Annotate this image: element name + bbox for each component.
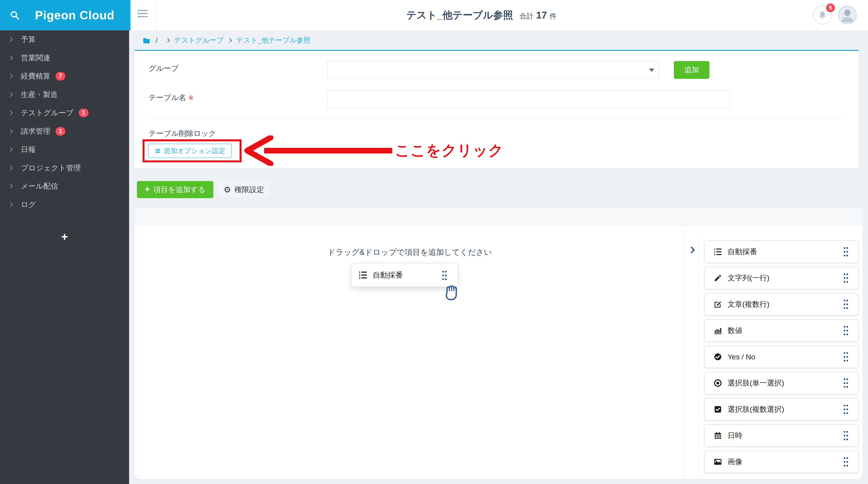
breadcrumb-root[interactable]: / [156, 36, 158, 44]
palette-item-label: Yes / No [727, 353, 755, 361]
sidebar-item-label: 日報 [21, 145, 36, 154]
palette-item-single-choice[interactable]: 選択肢(単一選択) [704, 372, 859, 394]
check-square-icon [714, 405, 722, 414]
search-icon[interactable] [10, 10, 20, 20]
table-name-input[interactable] [327, 90, 730, 108]
radio-circle-icon [714, 379, 722, 387]
palette-item-multi-choice[interactable]: 選択肢(複数選択) [704, 398, 859, 421]
palette-item-label: 選択肢(単一選択) [727, 378, 784, 388]
palette-item-label: 数値 [727, 326, 742, 336]
drag-handle-icon[interactable] [843, 247, 849, 257]
user-avatar[interactable] [838, 6, 857, 24]
permission-label: 権限設定 [235, 185, 264, 195]
palette-item-label: 文章(複数行) [727, 299, 770, 309]
required-mark: ※ [188, 94, 193, 101]
group-select[interactable] [327, 61, 659, 79]
permission-settings-button[interactable]: ⚙ 権限設定 [217, 181, 270, 198]
sidebar-item-seikyu[interactable]: 請求管理1 [0, 122, 129, 141]
field-type-palette: 自動採番 文字列(一行) 文章(複数行) 数値 Yes / No [699, 226, 863, 479]
drag-handle-icon[interactable] [843, 325, 849, 336]
folder-icon[interactable] [142, 37, 151, 44]
total-count-group: 合計 17 件 [520, 9, 557, 21]
bell-icon [818, 10, 827, 20]
check-circle-icon [714, 353, 722, 361]
extra-options-button[interactable]: 追加オプション設定 [148, 144, 232, 158]
sidebar-item-label: プロジェクト管理 [21, 163, 81, 173]
palette-item-yesno[interactable]: Yes / No [704, 345, 859, 368]
palette-item-label: 画像 [727, 457, 742, 467]
form-divider [149, 119, 844, 120]
palette-item-number[interactable]: 数値 [704, 319, 859, 342]
drag-handle-icon[interactable] [843, 378, 849, 388]
sidebar-item-eigyo[interactable]: 営業関連 [0, 49, 129, 67]
sidebar-item-keihi[interactable]: 経費精算7 [0, 67, 129, 86]
breadcrumb-current-link[interactable]: テスト_他テーブル参照 [236, 36, 310, 45]
drag-handle-icon[interactable] [843, 299, 849, 309]
calendar-icon [714, 431, 722, 440]
group-add-button[interactable]: 追加 [674, 61, 709, 79]
sidebar-item-log[interactable]: ログ [0, 195, 129, 214]
list-ol-icon [359, 271, 367, 279]
page-title-group: テスト_他テーブル参照 合計 17 件 [406, 0, 556, 30]
sidebar-menu: 予算 営業関連 経費精算7 生産・製造 テストグループ1 請求管理1 日報 プロ… [0, 30, 129, 214]
sidebar-item-project[interactable]: プロジェクト管理 [0, 159, 129, 177]
chevron-right-icon [8, 147, 13, 152]
palette-item-label: 文字列(一行) [727, 273, 770, 283]
annotation-arrow [244, 135, 396, 166]
chevron-right-icon [8, 129, 13, 134]
drag-handle-icon[interactable] [441, 270, 448, 281]
count-badge: 1 [56, 127, 65, 135]
panel-collapse-handle[interactable] [685, 226, 699, 479]
sidebar-item-seisan[interactable]: 生産・製造 [0, 86, 129, 104]
palette-item-label: 日時 [727, 431, 742, 441]
chevron-right-icon [8, 202, 13, 207]
table-name-label-text: テーブル名 [149, 93, 186, 101]
chevron-right-icon [8, 165, 13, 170]
chevron-right-icon [8, 74, 13, 79]
dropdown-caret-icon [649, 68, 654, 72]
palette-item-text-single[interactable]: 文字列(一行) [704, 267, 859, 289]
image-icon [714, 458, 722, 466]
palette-item-label: 自動採番 [727, 247, 757, 257]
brand-name: Pigeon Cloud [35, 8, 114, 22]
sidebar-item-label: 経費精算 [21, 71, 50, 81]
sidebar-item-nippo[interactable]: 日報 [0, 141, 129, 159]
plus-icon: + [145, 184, 150, 194]
palette-item-label: 選択肢(複数選択) [727, 404, 784, 414]
page-title: テスト_他テーブル参照 [406, 8, 513, 22]
delete-lock-label: テーブル削除ロック [149, 128, 216, 139]
palette-item-text-multi[interactable]: 文章(複数行) [704, 293, 859, 315]
pencil-square-icon [714, 300, 722, 308]
dragging-field-label: 自動採番 [373, 270, 403, 280]
sidebar-item-mail[interactable]: メール配信 [0, 177, 129, 195]
drag-handle-icon[interactable] [843, 457, 849, 467]
hamburger-menu-icon[interactable] [137, 10, 148, 19]
add-table-button[interactable]: + [0, 228, 129, 246]
sidebar-item-testgroup[interactable]: テストグループ1 [0, 104, 129, 122]
notifications-button[interactable]: 5 [813, 5, 832, 25]
drag-handle-icon[interactable] [843, 273, 849, 283]
add-field-label: 項目を追加する [153, 185, 205, 195]
palette-item-autonumber[interactable]: 自動採番 [704, 240, 859, 263]
grab-cursor-icon [442, 282, 460, 303]
brand-header: Pigeon Cloud [0, 0, 129, 30]
count-badge: 1 [79, 109, 89, 117]
drop-zone[interactable]: ドラッグ&ドロップで項目を追加してください 自動採番 [134, 226, 685, 479]
chevron-right-icon [228, 38, 232, 42]
sidebar: Pigeon Cloud 予算 営業関連 経費精算7 生産・製造 テストグループ… [0, 0, 129, 484]
add-field-button[interactable]: + 項目を追加する [137, 181, 213, 198]
dragging-field-card[interactable]: 自動採番 [351, 263, 458, 287]
drag-handle-icon[interactable] [843, 404, 849, 415]
sidebar-item-label: 請求管理 [21, 126, 50, 136]
header-divider [155, 0, 156, 30]
chevron-right-icon [8, 37, 13, 42]
total-count: 17 [536, 9, 547, 21]
drag-handle-icon[interactable] [843, 352, 849, 362]
breadcrumb-group-link[interactable]: テストグループ [174, 36, 224, 45]
palette-item-datetime[interactable]: 日時 [704, 424, 859, 447]
sidebar-item-yosan[interactable]: 予算 [0, 30, 129, 49]
drag-handle-icon[interactable] [843, 430, 849, 441]
palette-item-image[interactable]: 画像 [704, 451, 859, 473]
chevron-right-icon [8, 184, 13, 189]
chevron-right-icon [688, 246, 695, 253]
